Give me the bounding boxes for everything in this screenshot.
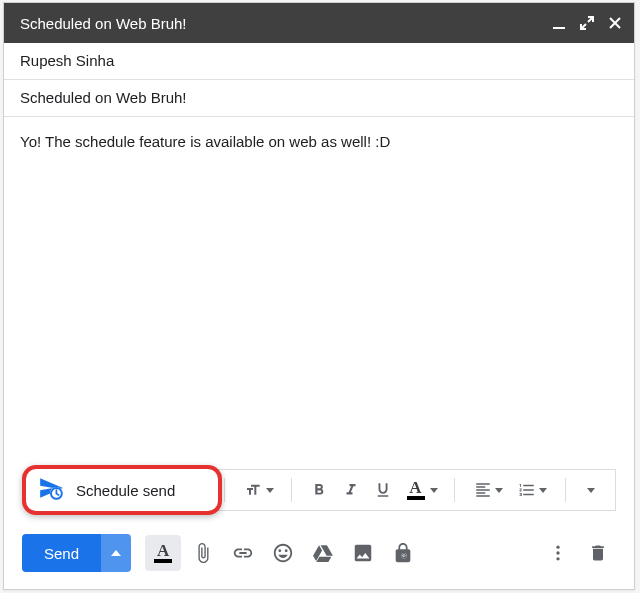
minimize-icon[interactable] (552, 16, 566, 30)
insert-photo-button[interactable] (345, 535, 381, 571)
svg-point-5 (556, 546, 559, 549)
compose-window: Scheduled on Web Bruh! Rupesh Sinha Sche… (3, 2, 635, 590)
text-color-dropdown[interactable]: A (400, 475, 442, 505)
italic-button[interactable] (336, 475, 366, 505)
insert-drive-button[interactable] (305, 535, 341, 571)
more-options-button[interactable] (540, 535, 576, 571)
compose-header: Scheduled on Web Bruh! (4, 3, 634, 43)
schedule-send-label: Schedule send (76, 482, 175, 499)
attach-file-button[interactable] (185, 535, 221, 571)
insert-link-button[interactable] (225, 535, 261, 571)
formatting-options-button[interactable]: A (145, 535, 181, 571)
schedule-send-icon (38, 475, 64, 505)
bottom-toolbar: Send A (4, 517, 634, 589)
svg-point-7 (556, 557, 559, 560)
insert-emoji-button[interactable] (265, 535, 301, 571)
compose-title: Scheduled on Web Bruh! (20, 15, 552, 32)
underline-button[interactable] (368, 475, 398, 505)
arrow-up-icon (111, 550, 121, 556)
schedule-send-menu-item[interactable]: Schedule send (22, 465, 222, 515)
close-icon[interactable] (608, 16, 622, 30)
bold-button[interactable] (304, 475, 334, 505)
svg-point-6 (556, 551, 559, 554)
expand-icon[interactable] (580, 16, 594, 30)
send-options-button[interactable] (101, 534, 131, 572)
svg-rect-0 (553, 27, 565, 29)
send-button[interactable]: Send (22, 534, 101, 572)
recipient-field[interactable]: Rupesh Sinha (4, 43, 634, 80)
window-controls (552, 16, 622, 30)
more-formatting-dropdown[interactable] (574, 475, 604, 505)
font-size-dropdown[interactable] (237, 475, 279, 505)
align-dropdown[interactable] (467, 475, 509, 505)
discard-draft-button[interactable] (580, 535, 616, 571)
list-dropdown[interactable] (511, 475, 553, 505)
send-button-group: Send (22, 534, 131, 572)
confidential-mode-button[interactable] (385, 535, 421, 571)
subject-field[interactable]: Scheduled on Web Bruh! (4, 80, 634, 117)
